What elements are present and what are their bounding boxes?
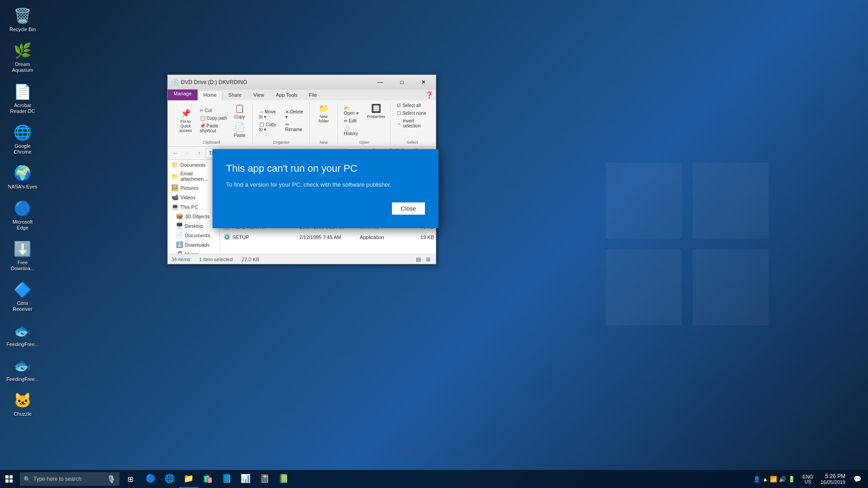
language-indicator[interactable]: ENG US: [800, 473, 816, 485]
nav-item-downloads[interactable]: ⬇️ Downloads: [168, 240, 219, 249]
rename-button[interactable]: ✏ Rename: [283, 121, 306, 133]
feedingfree1-icon: 🐟: [14, 322, 32, 340]
dialog-actions: Close: [226, 202, 425, 219]
tab-app-tools[interactable]: App Tools: [270, 90, 303, 100]
taskbar-powerpoint[interactable]: 📊: [236, 470, 255, 488]
desktop: 🗑️ Recycle Bin 🌿 Dream Aquarium 📄 Acroba…: [0, 0, 868, 488]
search-text: Type here to search: [33, 476, 81, 482]
ribbon-group-new: 📁 Newfolder New: [311, 102, 338, 145]
ribbon-help[interactable]: ❓: [425, 89, 436, 100]
new-folder-button[interactable]: 📁 Newfolder: [315, 102, 333, 125]
svg-rect-6: [5, 479, 9, 483]
paste-button[interactable]: 📄 Paste: [231, 121, 249, 139]
nav-item-documents2[interactable]: 📄 Documents: [168, 230, 219, 240]
taskbar-excel[interactable]: 📗: [274, 470, 293, 488]
wifi-icon[interactable]: ▲: [762, 476, 768, 483]
select-all-button[interactable]: ☑ Select all: [395, 102, 429, 109]
desktop-icon-citrix[interactable]: 🔷 Citrix Receiver: [5, 278, 41, 314]
battery-icon[interactable]: 🔋: [788, 476, 795, 483]
new-folder-icon: 📁: [319, 103, 329, 113]
notification-button[interactable]: 💬: [850, 470, 864, 488]
history-button[interactable]: 🕐 History: [342, 125, 363, 137]
forward-button[interactable]: →: [182, 148, 192, 158]
properties-button[interactable]: 🔲 Properties: [366, 102, 387, 120]
cut-button[interactable]: ✂ Cut: [198, 107, 230, 114]
invert-selection-button[interactable]: ↔ Invert selection: [395, 117, 429, 129]
tab-manage[interactable]: Manage: [168, 89, 198, 100]
tab-home[interactable]: Home: [198, 90, 222, 100]
nav-item-music[interactable]: 🎵 Music: [168, 249, 219, 254]
desktop-icon-microsoft-edge[interactable]: 🔵 Microsoft Edge: [5, 197, 41, 233]
nav-item-videos[interactable]: 📹 Videos: [168, 192, 219, 202]
google-chrome-icon: 🌐: [14, 123, 32, 141]
copy-paste-group: 📋 Copy 📄 Paste: [231, 102, 249, 139]
details-view-button[interactable]: ▤: [414, 255, 422, 263]
microsoft-edge-icon: 🔵: [14, 199, 32, 217]
desktop-icon-acrobat[interactable]: 📄 Acrobat Reader DC: [5, 80, 41, 117]
feedingfree2-icon: 🐟: [14, 357, 32, 375]
edit-button[interactable]: ✏ Edit: [342, 117, 363, 124]
volume-icon[interactable]: 🔊: [779, 476, 786, 483]
desktop-icon-feedingfree2[interactable]: 🐟 FeedingFree...: [5, 354, 41, 385]
taskbar-file-explorer[interactable]: 📁: [179, 470, 198, 488]
taskbar-chrome[interactable]: 🌐: [160, 470, 179, 488]
tab-share[interactable]: Share: [222, 90, 247, 100]
large-icon-view-button[interactable]: ⊞: [424, 255, 432, 263]
task-view-button[interactable]: ⊞: [121, 470, 139, 488]
ribbon-tabs: Manage Home Share View App Tools File ❓: [168, 89, 436, 100]
nav-item-desktop[interactable]: 🖥️ Desktop: [168, 221, 219, 230]
close-button[interactable]: ✕: [413, 77, 434, 88]
tab-file[interactable]: File: [305, 89, 321, 100]
clipboard-buttons: 📌 Pin to Quickaccess ✂ Cut 📋 Copy path 📌…: [174, 102, 249, 139]
desktop-icon-feedingfree1[interactable]: 🐟 FeedingFree...: [5, 319, 41, 350]
mic-icon: 🎙️: [107, 475, 116, 483]
google-chrome-label: Google Chrome: [7, 143, 38, 155]
people-icon[interactable]: 👤: [753, 476, 760, 483]
taskbar-store[interactable]: 🛍️: [198, 470, 217, 488]
paste-shortcut-button[interactable]: 📌 Paste shortcut: [198, 122, 230, 134]
network-icon[interactable]: 📶: [770, 476, 777, 483]
desktop-icon-chuzzle[interactable]: 🐱 Chuzzle: [5, 389, 41, 419]
maximize-button[interactable]: □: [392, 77, 412, 88]
lang-code: ENG: [802, 474, 813, 479]
desktop-icon-recycle-bin[interactable]: 🗑️ Recycle Bin: [5, 5, 41, 35]
delete-button[interactable]: ✕ Delete ▾: [283, 108, 306, 120]
back-button[interactable]: ←: [170, 148, 180, 158]
tab-view[interactable]: View: [247, 90, 270, 100]
copy-to-button[interactable]: 📋 Copy to ▾: [257, 121, 283, 133]
status-size: 27.0 KB: [242, 257, 259, 262]
start-button[interactable]: [0, 470, 18, 488]
svg-rect-7: [9, 479, 13, 483]
copy-button[interactable]: 📋 Copy: [231, 102, 249, 121]
taskbar-search[interactable]: 🔍 Type here to search 🎙️: [20, 472, 119, 486]
pin-button[interactable]: 📌 Pin to Quickaccess: [174, 107, 197, 134]
up-button[interactable]: ↑: [194, 148, 204, 158]
desktop-icon-nasas-eyes[interactable]: 🌍 NASA's Eyes: [5, 162, 41, 192]
copy-path-button[interactable]: 📋 Copy path: [198, 115, 230, 122]
taskbar-word[interactable]: 📘: [217, 470, 236, 488]
dialog-close-button[interactable]: Close: [392, 202, 425, 215]
move-to-button[interactable]: → Move to ▾: [257, 108, 283, 120]
nav-item-pictures[interactable]: 🖼️ Pictures: [168, 183, 219, 192]
dialog-title: This app can't run on your PC: [226, 163, 425, 174]
system-clock[interactable]: 5:26 PM 16/05/2019: [817, 472, 849, 486]
open-button[interactable]: 📂 Open ▾: [342, 105, 363, 117]
open-btns: 📂 Open ▾ ✏ Edit 🕐 History: [342, 105, 363, 137]
table-row[interactable]: ⚙️ SETUP 2/12/1995 7:45 AM Application 1…: [220, 232, 436, 242]
minimize-button[interactable]: —: [370, 77, 391, 88]
windows-logo-watermark: [597, 154, 778, 334]
taskbar-onenote[interactable]: 📓: [255, 470, 274, 488]
desktop-icon-dream-aquarium[interactable]: 🌿 Dream Aquarium: [5, 39, 41, 75]
paste-icon: 📄: [235, 122, 245, 132]
desktop-icon-free-download[interactable]: ⬇️ Free Downloa...: [5, 238, 41, 274]
nav-item-documents[interactable]: 📁 Documents: [168, 160, 219, 169]
nav-item-3d-objects[interactable]: 📦 3D Objects: [168, 211, 219, 221]
select-none-button[interactable]: ☐ Select none: [395, 110, 429, 117]
svg-rect-2: [606, 249, 682, 325]
desktop-icon-google-chrome[interactable]: 🌐 Google Chrome: [5, 121, 41, 157]
nav-item-email[interactable]: 📁 Email attachmen...: [168, 169, 219, 183]
nav-item-this-pc[interactable]: 💻 This PC: [168, 202, 219, 211]
taskbar-edge[interactable]: 🔵: [141, 470, 160, 488]
status-view-buttons: ▤ ⊞: [414, 255, 432, 263]
paste-label: Paste: [234, 133, 245, 138]
